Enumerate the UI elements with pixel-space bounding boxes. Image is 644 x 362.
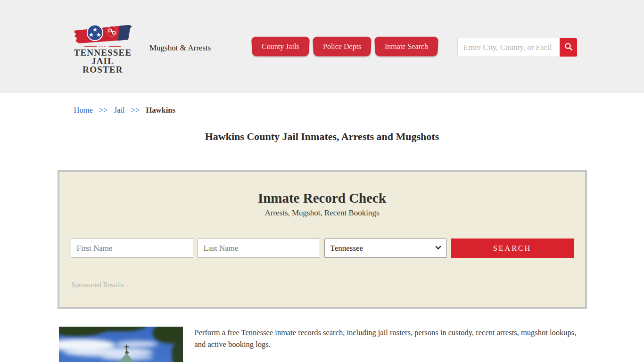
intro-text: Perform a free Tennessee inmate records … <box>195 327 587 362</box>
breadcrumb-separator: >> <box>131 106 140 115</box>
search-button[interactable]: SEARCH <box>451 239 574 258</box>
site-logo[interactable]: ★ ★ ★ ••• TENNESSEE JAIL ROSTER <box>73 23 132 74</box>
nav-county-jails-button[interactable]: County Jails <box>251 37 310 57</box>
site-tagline: Mugshot & Arrests <box>149 43 211 53</box>
last-name-input[interactable] <box>198 239 320 258</box>
logo-title-line2: JAIL ROSTER <box>73 57 132 74</box>
breadcrumb-home-link[interactable]: Home <box>74 106 93 115</box>
jail-photo <box>59 327 183 362</box>
state-select-wrap: Tennessee <box>324 239 447 258</box>
site-header: ★ ★ ★ ••• TENNESSEE JAIL ROSTER Mugshot … <box>0 0 644 93</box>
sponsored-results-label: Sponsored Results <box>72 281 585 289</box>
last-name-field-wrap <box>198 239 320 258</box>
search-icon <box>564 42 573 53</box>
cloud-shape <box>116 341 158 347</box>
state-select[interactable]: Tennessee <box>324 239 447 258</box>
breadcrumb-current: Hawkins <box>146 106 175 115</box>
svg-text:★: ★ <box>96 32 101 38</box>
breadcrumb: Home >> Jail >> Hawkins <box>58 93 587 115</box>
nav-inmate-search-button[interactable]: Inmate Search <box>374 37 438 57</box>
page: ★ ★ ★ ••• TENNESSEE JAIL ROSTER Mugshot … <box>0 0 644 362</box>
first-name-field-wrap <box>71 239 193 258</box>
header-search-button[interactable] <box>560 38 577 57</box>
intro-section: Perform a free Tennessee inmate records … <box>58 327 587 362</box>
intro-paragraph-1: Perform a free Tennessee inmate records … <box>195 327 587 350</box>
tennessee-state-flag-icon: ★ ★ ★ <box>73 23 132 44</box>
svg-text:★: ★ <box>89 32 94 38</box>
breadcrumb-jail-link[interactable]: Jail <box>114 106 125 115</box>
main-nav: County Jails Police Depts Inmate Search <box>252 37 438 57</box>
logo-divider: ••• <box>73 45 132 47</box>
main-content: Home >> Jail >> Hawkins Hawkins County J… <box>58 93 587 362</box>
record-check-subtitle: Arrests, Mugshot, Recent Bookings <box>59 208 585 218</box>
facility-search-input[interactable] <box>457 38 560 57</box>
page-title: Hawkins County Jail Inmates, Arrests and… <box>58 131 587 143</box>
nav-police-depts-button[interactable]: Police Depts <box>312 37 371 57</box>
record-check-form: Tennessee SEARCH <box>71 239 574 258</box>
inmate-record-check-panel: Inmate Record Check Arrests, Mugshot, Re… <box>58 170 587 309</box>
header-search <box>457 38 577 57</box>
first-name-input[interactable] <box>71 239 193 258</box>
record-check-title: Inmate Record Check <box>59 190 585 206</box>
breadcrumb-separator: >> <box>99 106 108 115</box>
